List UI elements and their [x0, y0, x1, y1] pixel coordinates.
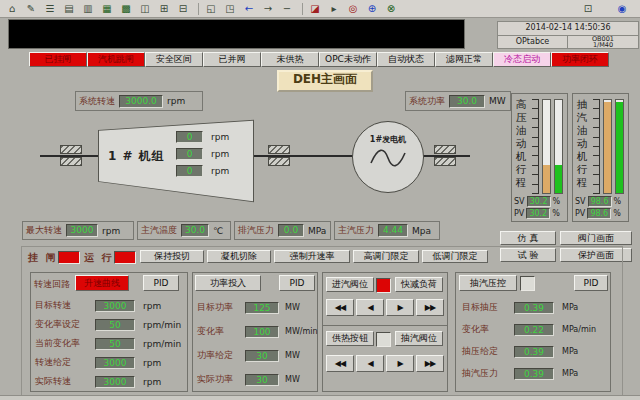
tab-grid-connected[interactable]: 已并网	[203, 52, 261, 67]
home-icon[interactable]: ⌂	[4, 2, 20, 16]
main-steam-pressure-value: 4.44	[378, 224, 408, 237]
speed-probe-3: 0 rpm	[176, 165, 229, 177]
tab-no-heating[interactable]: 未供热	[261, 52, 319, 67]
target-power-unit: MW	[285, 303, 300, 312]
inlet-fast-close-button[interactable]: ◀◀	[326, 299, 354, 316]
back-icon[interactable]: ←	[241, 2, 257, 16]
extraction-fast-open-button[interactable]: ▶▶	[416, 355, 444, 372]
extraction-pressure-label: 抽汽压力	[462, 367, 514, 380]
simulate-button[interactable]: 仿 真	[500, 231, 556, 245]
tab-auto-state[interactable]: 自动状态	[377, 52, 435, 67]
generator[interactable]: 1#发电机	[352, 121, 424, 193]
speed-probe-2: 0 rpm	[176, 148, 229, 160]
heating-indicator	[376, 332, 391, 347]
ramp-setpoint-row: 变化率设定 50 rpm/min	[35, 318, 181, 331]
hp-servo-sv-bar	[542, 99, 551, 194]
ramp-setpoint-value: 50	[95, 319, 135, 331]
actual-power-value: 30	[245, 374, 279, 386]
minus-icon[interactable]: −	[279, 2, 295, 16]
power-ramp-value: 100	[245, 326, 279, 338]
fast-unload-button[interactable]: 快减负荷	[395, 277, 443, 292]
speed-loop-title: 转速回路	[34, 278, 70, 291]
power-enable-button[interactable]: 功率投入	[195, 275, 261, 291]
rows-icon[interactable]: ▥	[80, 2, 96, 16]
forward-icon[interactable]: →	[260, 2, 276, 16]
alarm-banner	[8, 19, 465, 49]
page-title: DEH主画面	[277, 70, 373, 92]
percent-unit: %	[613, 209, 621, 218]
target-speed-unit: rpm	[143, 301, 161, 311]
power-pid-button[interactable]: PID	[279, 275, 315, 291]
tab-turbine-trip[interactable]: 汽机跳闸	[87, 52, 145, 67]
turbine-label: 1 # 机组	[108, 148, 165, 165]
extraction-ctrl-button[interactable]: 抽汽压控	[459, 275, 517, 291]
target-icon[interactable]: ◎	[345, 2, 361, 16]
speed-setpoint-unit: rpm	[143, 358, 161, 368]
edit-icon[interactable]: ✎	[23, 2, 39, 16]
pv-label: PV	[514, 209, 524, 218]
target-speed-value: 3000	[95, 300, 135, 312]
inlet-open-button[interactable]: ▶	[386, 299, 414, 316]
doc-icon[interactable]: ◱	[203, 2, 219, 16]
percent-unit: %	[614, 197, 622, 206]
speed-pid-button[interactable]: PID	[143, 275, 179, 291]
exhaust-pressure-label: 排汽压力	[238, 224, 274, 237]
tab-power-loop[interactable]: 功率闭环	[551, 52, 609, 67]
table-icon[interactable]: ▤	[61, 2, 77, 16]
image-icon[interactable]: ▩	[118, 2, 134, 16]
network-icon[interactable]: ◉	[614, 2, 630, 16]
extraction-open-button[interactable]: ▶	[386, 355, 414, 372]
current-ramp-unit: rpm/min	[143, 339, 181, 349]
station-label: OPtabce	[497, 35, 568, 49]
extraction-pressure-value: 0.39	[514, 368, 554, 380]
exhaust-pressure-unit: MPa	[308, 226, 326, 236]
bearing-hatch	[434, 157, 456, 166]
sine-wave-icon	[366, 145, 410, 171]
pv-label: PV	[575, 209, 585, 218]
target-speed-label: 目标转速	[35, 299, 95, 312]
inlet-valve-button[interactable]: 进汽阀位	[326, 277, 374, 292]
bearing-hatch	[268, 157, 290, 166]
pointer-icon[interactable]: ▸	[326, 2, 342, 16]
extraction-close-button[interactable]: ◀	[356, 355, 384, 372]
tab-latched[interactable]: 已挂闸	[29, 52, 87, 67]
heating-button[interactable]: 供热按钮	[326, 331, 374, 346]
tab-cold-start[interactable]: 冷态启动	[493, 52, 551, 67]
extraction-pressure-unit: MPa	[562, 369, 578, 378]
refresh-icon[interactable]: ⊗	[383, 2, 399, 16]
actual-speed-unit: rpm	[143, 377, 161, 387]
print-icon[interactable]: ⊡	[580, 2, 596, 16]
target-speed-row: 目标转速 3000 rpm	[35, 299, 161, 312]
bearing-symbol	[60, 145, 82, 167]
list-icon[interactable]: ☰	[42, 2, 58, 16]
inlet-fast-open-button[interactable]: ▶▶	[416, 299, 444, 316]
current-ramp-label: 当前变化率	[35, 337, 95, 350]
inlet-close-button[interactable]: ◀	[356, 299, 384, 316]
extraction-valve-button[interactable]: 抽汽阀位	[395, 331, 443, 346]
doc2-icon[interactable]: ◳	[222, 2, 238, 16]
generator-label: 1#发电机	[353, 134, 423, 145]
tree-icon[interactable]: ⊟	[175, 2, 191, 16]
window-icon[interactable]: ◫	[137, 2, 153, 16]
find-icon[interactable]: ⊕	[364, 2, 380, 16]
node-page: 1/M40	[568, 42, 638, 48]
tab-opc-status[interactable]: OPC未动作	[319, 52, 377, 67]
datetime-display: 2014-02-14 14:50:36	[497, 21, 639, 36]
speed-setpoint-value: 3000	[95, 357, 135, 369]
extraction-fast-close-button[interactable]: ◀◀	[326, 355, 354, 372]
hp-servo-pv-bar	[554, 99, 563, 194]
bearing-hatch	[60, 145, 82, 154]
hp-servo-pv-fill	[555, 165, 562, 193]
columns-icon[interactable]: ⊞	[156, 2, 172, 16]
valve-screen-button[interactable]: 阀门画面	[560, 231, 632, 245]
tab-filter-normal[interactable]: 滤网正常	[435, 52, 493, 67]
speed-probe-2-value: 0	[176, 148, 203, 160]
system-power-readout: 系统功率 30.0 MW	[405, 91, 511, 111]
grid-icon[interactable]: ▦	[99, 2, 115, 16]
tab-safety-zone[interactable]: 安全区间	[145, 52, 203, 67]
extraction-pid-button[interactable]: PID	[574, 275, 608, 291]
ramp-curve-button[interactable]: 升速曲线	[75, 275, 129, 291]
hp-servo-sv-value: 30.2	[527, 196, 551, 207]
extraction-ramp-unit: MPa/min	[562, 325, 596, 334]
anchor-icon[interactable]: ◪	[307, 2, 323, 16]
